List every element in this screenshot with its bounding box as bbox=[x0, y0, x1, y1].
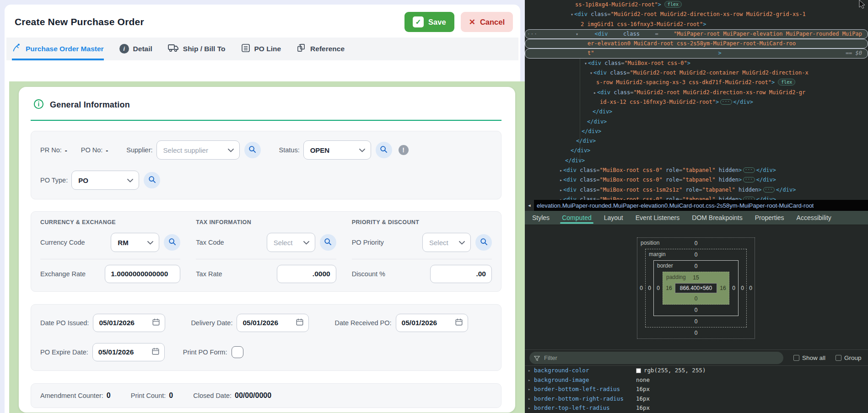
currency-code-select[interactable]: RM bbox=[111, 233, 159, 252]
tab-properties[interactable]: Properties bbox=[755, 211, 784, 225]
dom-tree-line[interactable]: ▸<div class="MuiBox-root css-0" role="ta… bbox=[525, 166, 868, 175]
dom-tree-line[interactable]: </div> bbox=[525, 127, 868, 136]
expand-arrow-icon[interactable]: ▸ bbox=[528, 394, 530, 404]
flex-badge[interactable]: flex bbox=[664, 1, 682, 8]
dom-tree-line[interactable]: </div> bbox=[525, 156, 868, 166]
box-model-position[interactable]: position0 0 margin0 0 border0 0 bbox=[637, 237, 755, 339]
group-checkbox[interactable] bbox=[836, 355, 841, 361]
po-priority-search-button[interactable] bbox=[475, 234, 492, 251]
supplier-search-button[interactable] bbox=[244, 142, 261, 158]
tab-accessibility[interactable]: Accessibility bbox=[797, 211, 831, 225]
dom-tree-line[interactable]: ···▾<div class="MuiPaper-root MuiPaper-e… bbox=[525, 29, 868, 39]
collapsed-children-icon[interactable]: ··· bbox=[743, 197, 755, 200]
code-token: = bbox=[699, 187, 702, 193]
code-token: role bbox=[663, 167, 679, 173]
tab-po-line[interactable]: PO Line bbox=[241, 38, 281, 60]
delivery-date-input[interactable]: 05/01/2026 bbox=[237, 314, 309, 332]
dom-tree-line[interactable]: id-xs-12 css-16fnxy3-MuiGrid2-root">···<… bbox=[525, 97, 868, 107]
dom-tree-line[interactable]: s-row MuiGrid2-spacing-xs-3 css-dkd71f-M… bbox=[525, 78, 868, 87]
po-type-search-button[interactable] bbox=[144, 172, 160, 188]
tab-purchase-order-master[interactable]: Purchase Order Master bbox=[12, 38, 104, 60]
code-token[interactable]: ▸ bbox=[593, 90, 596, 95]
row-po-type: PO Type: PO bbox=[40, 171, 492, 190]
collapsed-children-icon[interactable]: ··· bbox=[720, 99, 732, 105]
code-token[interactable]: ▾ bbox=[571, 12, 573, 17]
collapsed-children-icon[interactable]: ··· bbox=[743, 167, 755, 173]
box-model-padding[interactable]: padding15 16 866.400×560 16 0 bbox=[663, 272, 729, 305]
dom-tree-line[interactable]: ▾<div class="MuiGrid2-root MuiGrid2-cont… bbox=[525, 68, 868, 78]
computed-property-row[interactable]: ▸ background-color rgb(255, 255, 255) bbox=[525, 366, 868, 375]
tax-code-search-button[interactable] bbox=[320, 234, 336, 251]
tab-dom-breakpoints[interactable]: DOM Breakpoints bbox=[692, 211, 742, 225]
app-header: Create New Purchase Order ✓ Save ✕ Cance… bbox=[5, 5, 520, 36]
collapsed-children-icon[interactable]: ··· bbox=[763, 187, 775, 193]
flex-badge[interactable]: flex bbox=[778, 79, 795, 86]
currency-search-button[interactable] bbox=[164, 234, 180, 251]
po-priority-select[interactable]: Select bbox=[422, 233, 471, 252]
expand-arrow-icon[interactable]: ▸ bbox=[528, 403, 530, 413]
dom-tree-line[interactable]: ss-1pi8xg4-MuiGrid2-root">flex bbox=[525, 0, 868, 10]
dom-tree-line[interactable]: t"> == $0 bbox=[525, 48, 868, 58]
expand-arrow-icon[interactable]: ▸ bbox=[528, 366, 530, 375]
mouse-cursor-icon bbox=[859, 0, 865, 11]
po-type-select[interactable]: PO bbox=[71, 171, 139, 190]
computed-property-row[interactable]: ▸ background-image none bbox=[525, 375, 868, 385]
exchange-rate-input[interactable]: 1.0000000000000 bbox=[105, 265, 180, 283]
supplier-select[interactable]: Select supplier bbox=[156, 140, 240, 160]
computed-property-row[interactable]: ▸ border-top-left-radius 16px bbox=[525, 403, 868, 413]
property-value: 16px bbox=[636, 385, 650, 394]
code-token[interactable]: ▸ bbox=[560, 177, 562, 182]
status-search-button[interactable] bbox=[376, 142, 392, 158]
cancel-button[interactable]: ✕ Cancel bbox=[461, 12, 513, 32]
tab-detail[interactable]: i Detail bbox=[119, 38, 152, 60]
dom-tree-line[interactable]: </div> bbox=[525, 136, 868, 146]
status-select[interactable]: OPEN bbox=[303, 140, 371, 160]
expand-arrow-icon[interactable]: ▸ bbox=[528, 385, 530, 394]
tax-rate-input[interactable]: .0000 bbox=[277, 265, 336, 283]
code-token: = bbox=[596, 177, 599, 183]
tax-code-select[interactable]: Select bbox=[267, 233, 315, 252]
dom-tree-line[interactable]: ▾<div class="MuiBox-root css-0"> bbox=[525, 59, 868, 68]
discount-input[interactable]: .00 bbox=[430, 265, 492, 283]
code-token[interactable]: ▾ bbox=[590, 70, 593, 75]
dom-tree-line[interactable]: ▸<div class="MuiBox-root css-1sm2s1z" ro… bbox=[525, 185, 868, 195]
dom-tree-line[interactable]: ▸<div class="MuiBox-root css-0" role="ta… bbox=[525, 175, 868, 185]
po-expire-date-input[interactable]: 05/01/2026 bbox=[92, 343, 165, 361]
save-button[interactable]: ✓ Save bbox=[404, 12, 454, 32]
show-all-checkbox[interactable] bbox=[793, 355, 799, 361]
collapsed-children-icon[interactable]: ··· bbox=[743, 177, 755, 182]
code-token[interactable]: ▾ bbox=[584, 61, 587, 66]
dom-tree-line[interactable]: ▾<div class="MuiGrid2-root MuiGrid2-dire… bbox=[525, 10, 868, 19]
box-model-content[interactable]: 866.400×560 bbox=[675, 283, 717, 293]
dom-tree-line[interactable]: </div> bbox=[525, 107, 868, 117]
code-token: > bbox=[718, 48, 722, 58]
breadcrumb-back-button[interactable]: ◀ bbox=[525, 200, 534, 211]
dom-tree-line[interactable]: ▸<div class="MuiGrid2-root MuiGrid2-dire… bbox=[525, 88, 868, 97]
print-count-label: Print Count: bbox=[131, 392, 166, 399]
filter-input[interactable] bbox=[529, 352, 783, 364]
dom-tree-line[interactable]: ▸<div class="MuiBox-root css-0" role="ta… bbox=[525, 195, 868, 200]
dom-tree-line[interactable]: er-elevation0 MuiCard-root css-2s58ym-Mu… bbox=[525, 39, 868, 48]
tab-styles[interactable]: Styles bbox=[532, 211, 550, 225]
code-token[interactable]: ▾ bbox=[576, 29, 578, 39]
box-model-border[interactable]: border0 0 padding15 16 866.400×560 16 bbox=[653, 260, 739, 316]
dom-tree-line[interactable]: 2 imgGird1 css-16fnxy3-MuiGrid2-root"> bbox=[525, 20, 868, 29]
date-po-issued-input[interactable]: 05/01/2026 bbox=[93, 314, 165, 332]
tab-reference[interactable]: Reference bbox=[297, 38, 345, 60]
expand-arrow-icon[interactable]: ▸ bbox=[528, 375, 530, 385]
date-received-po-input[interactable]: 05/01/2026 bbox=[396, 314, 468, 332]
computed-property-row[interactable]: ▸ border-bottom-left-radius 16px bbox=[525, 385, 868, 394]
more-actions-icon[interactable]: ··· bbox=[527, 29, 538, 39]
tab-event-listeners[interactable]: Event Listeners bbox=[636, 211, 680, 225]
tab-layout[interactable]: Layout bbox=[604, 211, 623, 225]
tab-ship-bill-to[interactable]: Ship / Bill To bbox=[168, 38, 226, 60]
code-token[interactable]: ▸ bbox=[560, 168, 562, 173]
computed-property-row[interactable]: ▸ border-bottom-right-radius 16px bbox=[525, 394, 868, 404]
code-token[interactable]: ▸ bbox=[560, 188, 562, 193]
dom-tree-line[interactable]: </div> bbox=[525, 146, 868, 156]
dom-tree-line[interactable]: </div> bbox=[525, 117, 868, 127]
box-model-margin[interactable]: margin0 0 border0 0 padding15 bbox=[645, 249, 747, 327]
tab-computed[interactable]: Computed bbox=[562, 211, 592, 225]
print-po-form-checkbox[interactable] bbox=[232, 346, 243, 358]
header-actions: ✓ Save ✕ Cancel bbox=[404, 12, 513, 32]
